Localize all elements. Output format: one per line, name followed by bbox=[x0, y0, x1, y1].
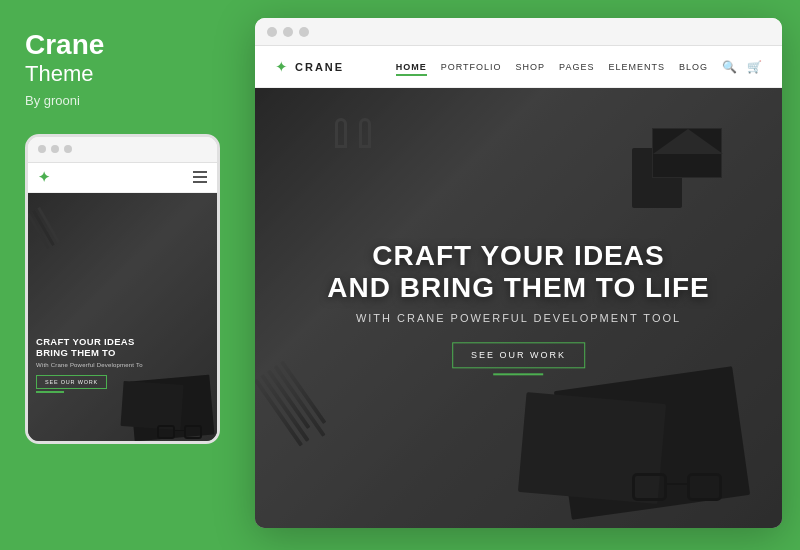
desktop-nav-links: HOME PORTFOLIO SHOP PAGES ELEMENTS BLOG bbox=[396, 62, 708, 72]
nav-link-elements[interactable]: ELEMENTS bbox=[608, 62, 665, 72]
sidebar: Crane Theme By grooni ✦ bbox=[0, 0, 245, 550]
mobile-dot-3 bbox=[64, 145, 72, 153]
hero-cta-button[interactable]: SEE OUR WORK bbox=[452, 343, 585, 369]
desktop-area: ✦ CRANE HOME PORTFOLIO SHOP PAGES ELEMEN… bbox=[245, 0, 800, 550]
theme-subtitle: Theme bbox=[25, 61, 220, 87]
mobile-hero-overlay bbox=[28, 193, 217, 444]
cart-icon[interactable]: 🛒 bbox=[747, 60, 762, 74]
mobile-logo-icon: ✦ bbox=[38, 169, 50, 185]
mobile-nav: ✦ bbox=[28, 163, 217, 193]
mobile-hero: CRAFT YOUR IDEASBRING THEM TO With Crane… bbox=[28, 193, 217, 444]
mobile-hero-subtitle: With Crane Powerful Development To bbox=[36, 362, 209, 368]
desktop-mockup: ✦ CRANE HOME PORTFOLIO SHOP PAGES ELEMEN… bbox=[255, 18, 782, 528]
mobile-mockup: ✦ bbox=[25, 134, 220, 444]
mobile-cta-line bbox=[36, 391, 64, 393]
nav-link-blog[interactable]: BLOG bbox=[679, 62, 708, 72]
nav-link-home[interactable]: HOME bbox=[396, 62, 427, 72]
mobile-dot-2 bbox=[51, 145, 59, 153]
theme-title-block: Crane Theme By grooni bbox=[25, 30, 220, 130]
theme-author: By grooni bbox=[25, 93, 220, 108]
mobile-cta-button[interactable]: SEE OUR WORK bbox=[36, 375, 107, 389]
nav-link-portfolio[interactable]: PORTFOLIO bbox=[441, 62, 502, 72]
nav-icon-group: 🔍 🛒 bbox=[722, 60, 762, 74]
nav-link-pages[interactable]: PAGES bbox=[559, 62, 594, 72]
desktop-hero: CRAFT YOUR IDEASAND BRING THEM TO LIFE W… bbox=[255, 88, 782, 528]
desktop-nav: ✦ CRANE HOME PORTFOLIO SHOP PAGES ELEMEN… bbox=[255, 46, 782, 88]
mobile-dot-1 bbox=[38, 145, 46, 153]
logo-text: CRANE bbox=[295, 61, 344, 73]
cta-underline bbox=[493, 374, 543, 376]
mobile-hero-title: CRAFT YOUR IDEASBRING THEM TO bbox=[36, 336, 209, 360]
desktop-dot-3 bbox=[299, 27, 309, 37]
mobile-top-bar bbox=[28, 137, 217, 163]
mobile-hero-background bbox=[28, 193, 217, 444]
hero-subtitle: With Crane Powerful Development Tool bbox=[308, 313, 730, 325]
hamburger-icon bbox=[193, 171, 207, 183]
theme-title: Crane bbox=[25, 30, 220, 61]
desktop-dot-2 bbox=[283, 27, 293, 37]
hero-main-title: CRAFT YOUR IDEASAND BRING THEM TO LIFE bbox=[308, 240, 730, 304]
desktop-dot-1 bbox=[267, 27, 277, 37]
search-icon[interactable]: 🔍 bbox=[722, 60, 737, 74]
logo-icon: ✦ bbox=[275, 58, 288, 76]
hero-content: CRAFT YOUR IDEASAND BRING THEM TO LIFE W… bbox=[308, 240, 730, 375]
desktop-nav-logo: ✦ CRANE bbox=[275, 58, 344, 76]
hero-cta-group: SEE OUR WORK bbox=[452, 343, 585, 376]
nav-link-shop[interactable]: SHOP bbox=[516, 62, 546, 72]
desktop-top-bar bbox=[255, 18, 782, 46]
mobile-hero-content: CRAFT YOUR IDEASBRING THEM TO With Crane… bbox=[36, 336, 209, 393]
